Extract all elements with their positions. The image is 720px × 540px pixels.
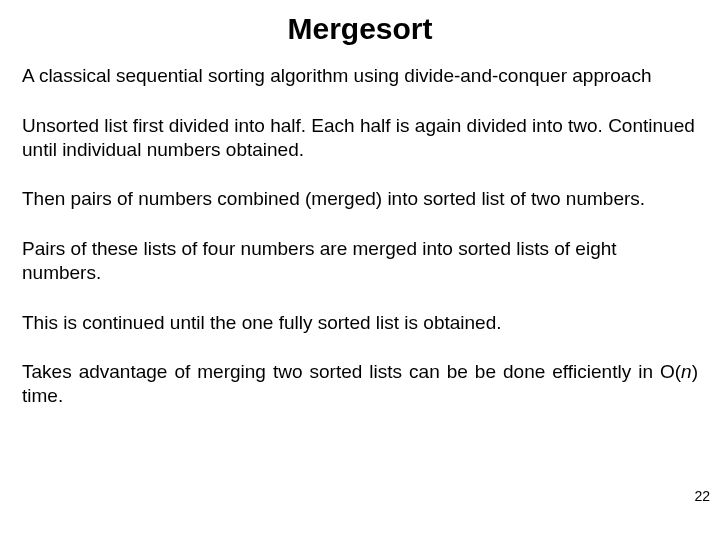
complexity-n: n [681, 361, 692, 382]
paragraph-merge-fours: Pairs of these lists of four numbers are… [22, 237, 698, 285]
paragraph-merge-pairs: Then pairs of numbers combined (merged) … [22, 187, 698, 211]
paragraph-complexity: Takes advantage of merging two sorted li… [22, 360, 698, 408]
slide: Mergesort A classical sequential sorting… [0, 0, 720, 540]
complexity-text-pre: Takes advantage of merging two sorted li… [22, 361, 681, 382]
paragraph-continue: This is continued until the one fully so… [22, 311, 698, 335]
paragraph-divide: Unsorted list first divided into half. E… [22, 114, 698, 162]
slide-title: Mergesort [22, 12, 698, 46]
page-number: 22 [694, 488, 710, 504]
paragraph-intro: A classical sequential sorting algorithm… [22, 64, 698, 88]
